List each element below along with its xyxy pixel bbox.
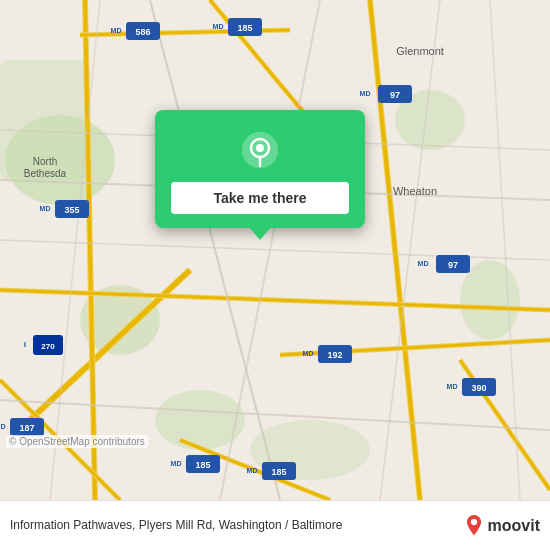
svg-text:MD: MD [360,90,371,97]
svg-text:MD: MD [0,423,5,430]
svg-text:185: 185 [237,23,252,33]
svg-text:MD: MD [447,383,458,390]
svg-point-78 [470,518,476,524]
svg-text:192: 192 [327,350,342,360]
svg-text:355: 355 [64,205,79,215]
svg-text:185: 185 [271,467,286,477]
moovit-logo: moovit [463,515,540,537]
svg-text:MD: MD [247,467,258,474]
location-description: Information Pathwaves, Plyers Mill Rd, W… [10,517,455,534]
svg-text:97: 97 [448,260,458,270]
take-me-there-button[interactable]: Take me there [171,182,349,214]
svg-text:390: 390 [471,383,486,393]
location-popup: Take me there [155,110,365,228]
svg-text:MD: MD [213,23,224,30]
svg-text:MD: MD [40,205,51,212]
svg-text:187: 187 [19,423,34,433]
map-pin-icon [238,128,282,172]
moovit-pin-icon [463,515,485,537]
info-bar: Information Pathwaves, Plyers Mill Rd, W… [0,500,550,550]
svg-text:Wheaton: Wheaton [393,185,437,197]
svg-text:MD: MD [171,460,182,467]
svg-text:Bethesda: Bethesda [24,168,67,179]
svg-point-76 [256,144,264,152]
svg-text:I: I [24,341,26,348]
svg-text:North: North [33,156,57,167]
svg-text:MD: MD [418,260,429,267]
svg-text:97: 97 [390,90,400,100]
svg-text:185: 185 [195,460,210,470]
moovit-brand-text: moovit [488,517,540,535]
svg-text:270: 270 [41,342,55,351]
map-container: 586 MD 185 MD 355 MD 97 MD 97 MD 270 I 1… [0,0,550,500]
copyright-notice: © OpenStreetMap contributors [6,435,148,448]
svg-text:MD: MD [111,27,122,34]
svg-text:Glenmont: Glenmont [396,45,444,57]
svg-text:586: 586 [135,27,150,37]
svg-text:MD: MD [303,350,314,357]
